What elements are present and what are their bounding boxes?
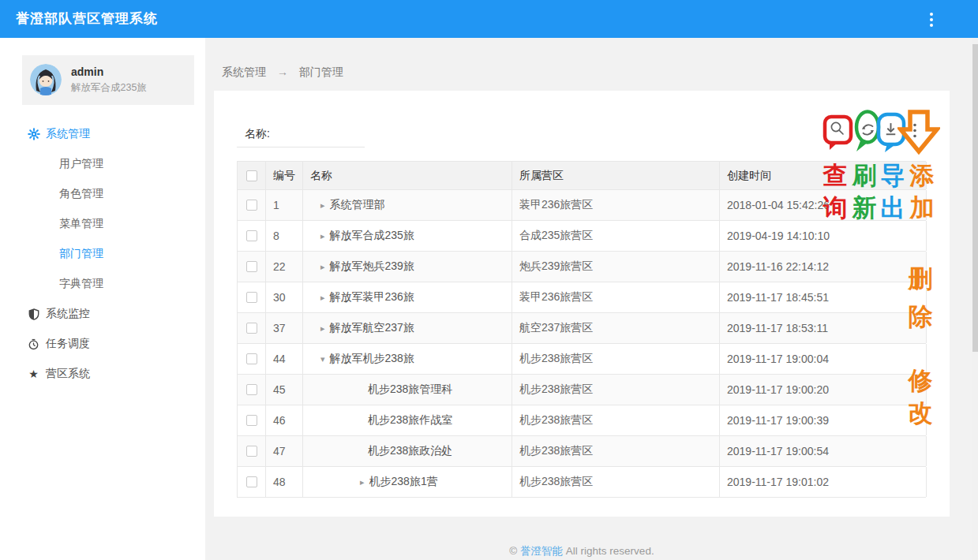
row-checkbox[interactable] [246, 353, 257, 364]
cell-id: 30 [266, 282, 303, 312]
user-info-box: admin 解放军合成235旅 [22, 55, 194, 105]
cell-time: 2018-01-04 15:42:26 [720, 190, 927, 220]
cell-time: 2019-11-17 19:00:54 [720, 436, 927, 466]
table-header: 编号 名称 所属营区 创建时间 [237, 162, 926, 190]
cell-camp: 机步238旅营区 [512, 375, 720, 405]
sidebar-item-system-manage[interactable]: 系统管理 [0, 119, 205, 149]
sidebar: admin 解放军合成235旅 系统管理 用户管理 [0, 38, 205, 560]
sidebar-item-role-manage[interactable]: 角色管理 [0, 179, 205, 209]
cell-time: 2019-11-17 18:53:11 [720, 313, 927, 343]
chevron-right-icon[interactable]: ▸ [320, 323, 325, 334]
chevron-right-icon[interactable]: ▸ [360, 477, 365, 487]
cell-time: 2019-11-17 19:00:04 [720, 344, 927, 374]
sidebar-menu: 系统管理 用户管理 角色管理 菜单管理 部门管理 字典管理 系统监控 [0, 119, 205, 389]
column-header-id: 编号 [266, 162, 303, 189]
app-title: 誉澄部队营区管理系统 [16, 0, 158, 38]
breadcrumb-parent: 系统管理 [222, 65, 266, 78]
row-checkbox[interactable] [246, 230, 257, 241]
row-checkbox[interactable] [246, 200, 257, 211]
breadcrumb: 系统管理 → 部门管理 [222, 65, 343, 80]
chevron-down-icon[interactable]: ▾ [320, 354, 325, 364]
cell-name: 机步238旅政治处 [303, 436, 512, 466]
row-checkbox[interactable] [246, 476, 257, 487]
cell-camp: 机步238旅营区 [512, 436, 720, 466]
cell-name: ▸机步238旅1营 [303, 467, 512, 497]
scrollbar-thumb[interactable] [972, 44, 978, 352]
sidebar-item-label: 系统管理 [46, 127, 90, 141]
sidebar-item-camp-system[interactable]: ★ 营区系统 [0, 359, 205, 389]
table-row: 46 机步238旅作战室 机步238旅营区 2019-11-17 19:00:3… [237, 405, 926, 436]
sidebar-item-label: 部门管理 [59, 247, 103, 261]
table-row: 30 ▸解放军装甲236旅 装甲236旅营区 2019-11-17 18:45:… [237, 282, 926, 313]
column-header-name: 名称 [303, 162, 512, 189]
cell-name: ▸解放军炮兵239旅 [303, 252, 512, 282]
chevron-right-icon[interactable]: ▸ [320, 231, 325, 241]
cell-camp: 航空237旅营区 [512, 313, 720, 343]
search-button[interactable] [829, 120, 846, 137]
cell-id: 45 [266, 375, 303, 405]
department-table: 编号 名称 所属营区 创建时间 1 ▸系统管理部 装甲236旅营区 2018-0… [237, 161, 926, 498]
cell-id: 1 [266, 190, 303, 220]
cell-id: 46 [266, 405, 303, 435]
cell-camp: 炮兵239旅营区 [512, 252, 720, 282]
cell-time: 2019-04-19 14:10:10 [720, 221, 927, 251]
cell-camp: 装甲236旅营区 [512, 282, 720, 312]
export-button[interactable] [882, 121, 900, 138]
sidebar-item-label: 系统监控 [46, 307, 90, 321]
cell-name: ▾解放军机步238旅 [303, 344, 512, 374]
page-scrollbar[interactable] [972, 38, 978, 560]
chevron-right-icon[interactable]: ▸ [320, 262, 325, 272]
shield-icon [27, 308, 40, 321]
table-row: 1 ▸系统管理部 装甲236旅营区 2018-01-04 15:42:26 [237, 190, 926, 221]
row-checkbox[interactable] [246, 261, 257, 272]
table-row: 47 机步238旅政治处 机步238旅营区 2019-11-17 19:00:5… [237, 436, 926, 467]
chevron-right-icon[interactable]: ▸ [320, 200, 325, 211]
kebab-menu-icon[interactable] [925, 10, 938, 29]
table-body: 1 ▸系统管理部 装甲236旅营区 2018-01-04 15:42:26 8 … [237, 190, 926, 498]
cell-time: 2019-11-17 19:00:20 [720, 375, 927, 405]
refresh-button[interactable] [860, 121, 877, 139]
select-all-checkbox[interactable] [246, 170, 257, 181]
sidebar-item-dept-manage[interactable]: 部门管理 [0, 239, 205, 269]
cell-time: 2019-11-17 19:01:02 [720, 467, 927, 497]
cell-id: 48 [266, 467, 303, 497]
cell-camp: 装甲236旅营区 [512, 190, 720, 220]
star-icon: ★ [27, 368, 40, 381]
row-checkbox[interactable] [246, 415, 257, 426]
sidebar-item-label: 任务调度 [46, 337, 90, 351]
breadcrumb-current: 部门管理 [299, 65, 343, 78]
cell-name: ▸解放军合成235旅 [303, 221, 512, 251]
top-bar: 誉澄部队营区管理系统 [0, 0, 978, 38]
row-checkbox[interactable] [246, 446, 257, 457]
sidebar-item-label: 营区系统 [46, 367, 90, 381]
content-card: 名称: [214, 91, 950, 517]
sidebar-item-user-manage[interactable]: 用户管理 [0, 149, 205, 179]
copyright-symbol: © [509, 545, 517, 557]
sidebar-item-label: 菜单管理 [59, 217, 103, 231]
clock-icon [27, 338, 40, 351]
column-header-camp: 所属营区 [512, 162, 720, 189]
sidebar-item-system-monitor[interactable]: 系统监控 [0, 299, 205, 329]
cell-id: 44 [266, 344, 303, 374]
cell-name: 机步238旅管理科 [303, 375, 512, 405]
company-link[interactable]: 誉澄智能 [520, 545, 563, 557]
cell-camp: 机步238旅营区 [512, 467, 720, 497]
table-row: 37 ▸解放军航空237旅 航空237旅营区 2019-11-17 18:53:… [237, 313, 926, 344]
table-row: 8 ▸解放军合成235旅 合成235旅营区 2019-04-19 14:10:1… [237, 221, 926, 252]
sidebar-item-task-schedule[interactable]: 任务调度 [0, 329, 205, 359]
breadcrumb-separator: → [277, 65, 288, 78]
avatar [30, 64, 62, 95]
column-header-time: 创建时间 [720, 162, 927, 189]
cell-time: 2019-11-17 19:00:39 [720, 405, 927, 435]
chevron-right-icon[interactable]: ▸ [320, 293, 325, 303]
row-checkbox[interactable] [246, 323, 257, 334]
row-checkbox[interactable] [246, 292, 257, 303]
sidebar-item-menu-manage[interactable]: 菜单管理 [0, 209, 205, 239]
more-actions-button[interactable] [907, 121, 924, 139]
row-checkbox[interactable] [246, 384, 257, 395]
table-row: 45 机步238旅管理科 机步238旅营区 2019-11-17 19:00:2… [237, 375, 926, 405]
sidebar-item-label: 字典管理 [59, 277, 103, 291]
rights-text: All rights reserved. [566, 545, 654, 557]
cell-name: ▸解放军航空237旅 [303, 313, 512, 343]
sidebar-item-dict-manage[interactable]: 字典管理 [0, 269, 205, 299]
